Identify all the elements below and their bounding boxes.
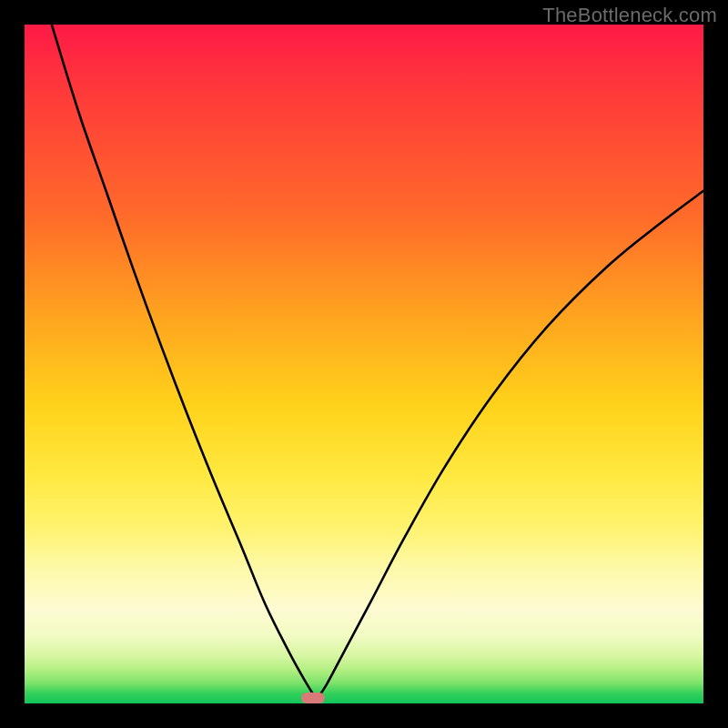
plot-area: [25, 25, 703, 703]
curve-svg: [25, 25, 703, 703]
curve-right: [317, 191, 703, 700]
chart-frame: TheBottleneck.com: [0, 0, 728, 728]
curve-left: [52, 25, 317, 700]
optimum-marker: [301, 693, 325, 703]
